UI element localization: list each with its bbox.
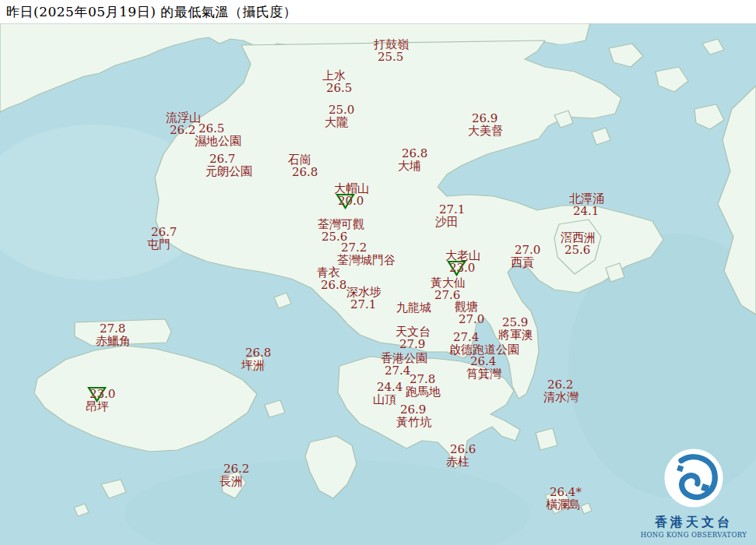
station-temp: 25.9 (502, 316, 533, 329)
station-temp: 26.8 (292, 166, 318, 178)
station-name: 赤鱲角 (96, 335, 131, 347)
station-name: 濕地公園 (195, 135, 241, 147)
station-name: 黃大仙 (431, 276, 466, 289)
station-temp: 26.4* (550, 486, 582, 498)
station-temp-value: 25.5 (378, 50, 403, 64)
station-temp-value: 26.5 (199, 121, 224, 135)
weather-station: 石崗26.8 (288, 153, 318, 178)
station-temp-value: 25.9 (502, 315, 528, 329)
station-name: 青衣 (317, 266, 346, 279)
station-temp: 27.1 (350, 298, 382, 311)
station-name: 北潭涌 (569, 192, 604, 205)
weather-station: 26.6赤柱 (446, 443, 476, 468)
station-temp-value: 26.8 (292, 165, 318, 179)
station-name: 元朗公園 (206, 165, 252, 178)
station-temp-value: 23.0 (449, 261, 475, 275)
station-temp: 26.2 (223, 462, 249, 475)
station-name: 打鼓嶺 (374, 38, 409, 51)
weather-station: 青衣26.8 (317, 266, 346, 291)
station-name: 大埔 (398, 160, 427, 172)
station-temp-value: 25.0 (329, 103, 354, 117)
station-temp-value: 27.8 (410, 372, 435, 386)
station-temp: 20.0 (338, 195, 369, 207)
station-name: 荃灣可觀 (318, 218, 364, 230)
station-temp-value: 26.2 (170, 123, 195, 137)
station-name: 筲箕灣 (466, 367, 501, 380)
station-temp-value: 27.2 (341, 241, 367, 255)
station-temp: 26.7 (209, 153, 252, 165)
weather-station: 26.7屯門 (147, 226, 177, 251)
station-temp: 27.9 (399, 338, 431, 350)
weather-station: 26.9大美督 (468, 112, 503, 137)
weather-station: 26.7元朗公園 (206, 153, 252, 178)
weather-station: 27.8跑馬地 (406, 373, 441, 398)
weather-station: 天文台27.9 (396, 325, 431, 350)
station-temp-value: 26.8 (402, 146, 427, 160)
station-temp: 26.8 (245, 346, 271, 359)
weather-station: 大老山23.0 (445, 249, 480, 274)
station-name: 石崗 (288, 153, 318, 166)
hko-name-english: HONG KONG OBSERVATORY (639, 531, 748, 539)
weather-station: 大帽山20.0 (334, 182, 369, 207)
station-temp-value: 27.0 (459, 312, 484, 326)
station-temp: 26.8 (402, 147, 427, 160)
station-name: 滘西洲 (561, 231, 596, 244)
hko-logo: 香港天文台 HONG KONG OBSERVATORY (639, 447, 748, 539)
station-temp: 26.2 (547, 378, 578, 391)
weather-station: 25.0大隴 (325, 104, 354, 128)
station-temp-value: 26.7 (209, 152, 235, 166)
station-temp-value: 26.2 (547, 378, 573, 392)
station-name: 大隴 (325, 116, 354, 128)
hko-logo-icon (663, 447, 725, 509)
station-temp: 27.2 (341, 241, 396, 254)
station-name: 上水 (322, 69, 352, 82)
station-temp: 27.1 (439, 203, 465, 216)
station-temp: 26.9 (472, 112, 503, 125)
station-name: 赤柱 (446, 455, 476, 468)
station-name: 黃竹坑 (396, 416, 431, 428)
weather-station: 26.9黃竹坑 (396, 403, 431, 428)
hko-name-chinese: 香港天文台 (639, 515, 748, 531)
station-temp-value: 26.9 (400, 403, 426, 417)
station-temp-value: 27.1 (350, 297, 376, 311)
station-temp: 27.0 (459, 313, 484, 325)
station-name: 坪洲 (241, 359, 271, 371)
weather-station: 27.0西貢 (511, 244, 540, 269)
station-temp-value: 27.1 (439, 202, 465, 216)
station-temp-value: 24.4 (377, 380, 403, 394)
station-temp: 26.6 (450, 443, 476, 455)
station-temp: 27.0 (515, 244, 540, 256)
station-name: 深水埗 (346, 286, 382, 298)
station-temp: 27.8 (100, 322, 131, 335)
weather-station: 26.2長洲 (220, 462, 249, 487)
weather-station: 26.4筲箕灣 (466, 355, 501, 380)
weather-station: 26.8大埔 (398, 147, 427, 172)
station-name: 長洲 (220, 475, 249, 487)
weather-station: 打鼓嶺25.5 (374, 38, 409, 63)
weather-station: 23.0昂坪 (86, 388, 115, 413)
station-temp: 24.1 (573, 205, 604, 217)
station-temp: 25.5 (378, 51, 409, 63)
weather-station: 26.8坪洲 (241, 346, 271, 371)
station-name: 跑馬地 (406, 385, 441, 398)
weather-station: 九龍城 (396, 301, 431, 314)
station-name: 西貢 (511, 256, 540, 269)
weather-station: 27.2荃灣城門谷 (337, 241, 396, 266)
weather-station: 27.1沙田 (435, 203, 465, 228)
station-temp-value: 27.8 (100, 322, 125, 336)
station-temp: 27.8 (410, 373, 441, 385)
station-temp-value: 26.7 (151, 225, 177, 239)
station-temp: 23.0 (90, 388, 115, 400)
station-name: 沙田 (435, 216, 465, 228)
station-temp-value: 26.2 (223, 462, 249, 476)
station-temp: 24.4 (377, 381, 403, 393)
station-temp: 25.0 (329, 104, 354, 116)
station-temp-value: 26.6 (450, 442, 476, 456)
station-temp-value: 27.4 (453, 330, 479, 344)
station-name: 香港公園 (381, 352, 427, 364)
station-temp-value: 26.9 (472, 111, 498, 125)
weather-station: 26.4*橫瀾島 (546, 486, 582, 511)
weather-station: 上水26.5 (322, 69, 352, 94)
station-temp-value: 27.0 (515, 243, 540, 257)
station-temp-value: 26.4 (470, 354, 496, 368)
